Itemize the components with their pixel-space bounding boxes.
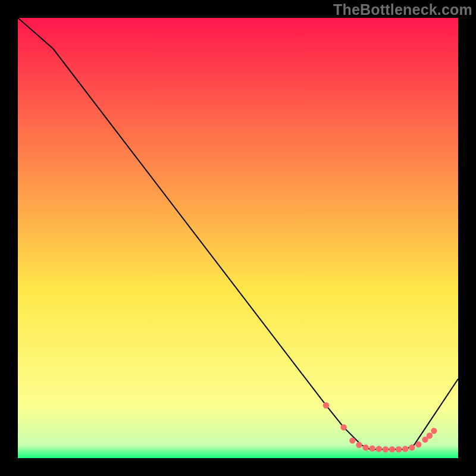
highlight-dot — [402, 446, 408, 452]
highlight-dot — [376, 446, 382, 452]
plot-area — [18, 18, 458, 458]
highlight-dot — [415, 441, 421, 447]
watermark-text: TheBottleneck.com — [333, 1, 472, 18]
highlight-dot — [340, 424, 346, 430]
highlight-dot — [383, 446, 389, 452]
highlight-dot — [323, 402, 329, 408]
chart-frame: TheBottleneck.com — [0, 0, 476, 476]
highlight-dot — [431, 428, 437, 434]
highlight-dot — [409, 444, 415, 450]
highlight-dot — [369, 446, 375, 452]
highlight-dot — [356, 442, 362, 448]
highlight-dot — [396, 446, 402, 452]
highlight-dot — [362, 444, 368, 450]
highlight-dot — [349, 437, 355, 443]
plot-svg — [18, 18, 458, 458]
gradient-background — [18, 18, 458, 458]
highlight-dot — [389, 446, 395, 452]
highlight-dot — [427, 433, 433, 439]
